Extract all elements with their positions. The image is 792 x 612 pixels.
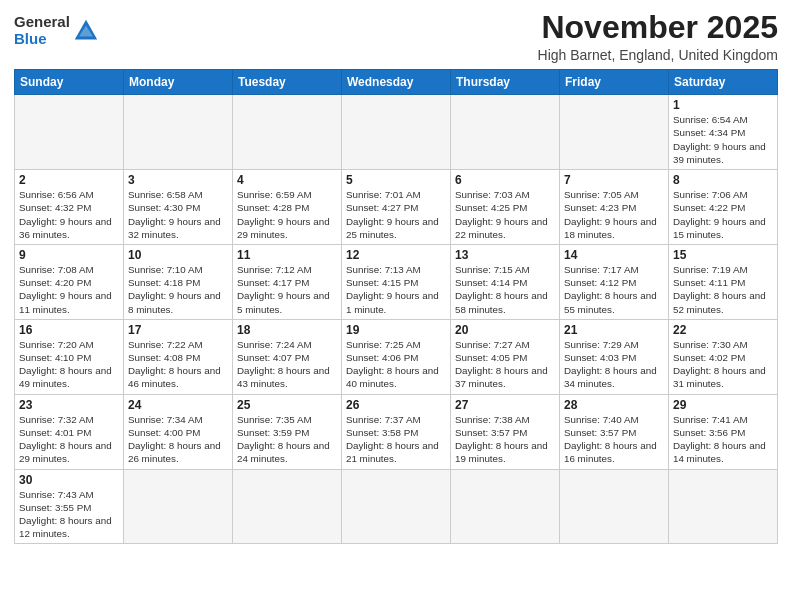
day-info: Sunrise: 7:10 AM Sunset: 4:18 PM Dayligh…	[128, 263, 228, 316]
calendar-cell: 19Sunrise: 7:25 AM Sunset: 4:06 PM Dayli…	[342, 319, 451, 394]
day-info: Sunrise: 7:12 AM Sunset: 4:17 PM Dayligh…	[237, 263, 337, 316]
week-row-5: 23Sunrise: 7:32 AM Sunset: 4:01 PM Dayli…	[15, 394, 778, 469]
calendar-cell: 14Sunrise: 7:17 AM Sunset: 4:12 PM Dayli…	[560, 244, 669, 319]
week-row-1: 1Sunrise: 6:54 AM Sunset: 4:34 PM Daylig…	[15, 95, 778, 170]
day-info: Sunrise: 7:37 AM Sunset: 3:58 PM Dayligh…	[346, 413, 446, 466]
calendar-cell: 5Sunrise: 7:01 AM Sunset: 4:27 PM Daylig…	[342, 170, 451, 245]
week-row-6: 30Sunrise: 7:43 AM Sunset: 3:55 PM Dayli…	[15, 469, 778, 544]
day-info: Sunrise: 6:54 AM Sunset: 4:34 PM Dayligh…	[673, 113, 773, 166]
header: General Blue November 2025 High Barnet, …	[14, 10, 778, 63]
calendar-cell: 3Sunrise: 6:58 AM Sunset: 4:30 PM Daylig…	[124, 170, 233, 245]
day-number: 28	[564, 398, 664, 412]
day-info: Sunrise: 7:30 AM Sunset: 4:02 PM Dayligh…	[673, 338, 773, 391]
calendar-cell	[451, 95, 560, 170]
day-info: Sunrise: 7:19 AM Sunset: 4:11 PM Dayligh…	[673, 263, 773, 316]
day-number: 6	[455, 173, 555, 187]
day-info: Sunrise: 7:15 AM Sunset: 4:14 PM Dayligh…	[455, 263, 555, 316]
calendar-cell	[233, 469, 342, 544]
day-number: 26	[346, 398, 446, 412]
day-info: Sunrise: 7:41 AM Sunset: 3:56 PM Dayligh…	[673, 413, 773, 466]
calendar-cell: 8Sunrise: 7:06 AM Sunset: 4:22 PM Daylig…	[669, 170, 778, 245]
calendar-cell	[669, 469, 778, 544]
week-row-3: 9Sunrise: 7:08 AM Sunset: 4:20 PM Daylig…	[15, 244, 778, 319]
calendar-cell: 23Sunrise: 7:32 AM Sunset: 4:01 PM Dayli…	[15, 394, 124, 469]
weekday-header-row: SundayMondayTuesdayWednesdayThursdayFrid…	[15, 70, 778, 95]
calendar-cell	[15, 95, 124, 170]
calendar-cell: 26Sunrise: 7:37 AM Sunset: 3:58 PM Dayli…	[342, 394, 451, 469]
day-info: Sunrise: 7:05 AM Sunset: 4:23 PM Dayligh…	[564, 188, 664, 241]
day-number: 30	[19, 473, 119, 487]
calendar-cell: 24Sunrise: 7:34 AM Sunset: 4:00 PM Dayli…	[124, 394, 233, 469]
day-info: Sunrise: 7:20 AM Sunset: 4:10 PM Dayligh…	[19, 338, 119, 391]
day-info: Sunrise: 7:27 AM Sunset: 4:05 PM Dayligh…	[455, 338, 555, 391]
calendar-cell	[451, 469, 560, 544]
logo: General Blue	[14, 14, 100, 47]
weekday-header-saturday: Saturday	[669, 70, 778, 95]
weekday-header-friday: Friday	[560, 70, 669, 95]
weekday-header-sunday: Sunday	[15, 70, 124, 95]
logo-icon	[72, 17, 100, 45]
day-info: Sunrise: 7:17 AM Sunset: 4:12 PM Dayligh…	[564, 263, 664, 316]
day-info: Sunrise: 7:22 AM Sunset: 4:08 PM Dayligh…	[128, 338, 228, 391]
calendar-cell	[560, 469, 669, 544]
day-number: 11	[237, 248, 337, 262]
day-info: Sunrise: 7:35 AM Sunset: 3:59 PM Dayligh…	[237, 413, 337, 466]
calendar-cell: 16Sunrise: 7:20 AM Sunset: 4:10 PM Dayli…	[15, 319, 124, 394]
day-number: 16	[19, 323, 119, 337]
day-number: 23	[19, 398, 119, 412]
calendar-cell: 4Sunrise: 6:59 AM Sunset: 4:28 PM Daylig…	[233, 170, 342, 245]
calendar-cell: 27Sunrise: 7:38 AM Sunset: 3:57 PM Dayli…	[451, 394, 560, 469]
day-number: 12	[346, 248, 446, 262]
calendar-cell: 11Sunrise: 7:12 AM Sunset: 4:17 PM Dayli…	[233, 244, 342, 319]
calendar-cell: 6Sunrise: 7:03 AM Sunset: 4:25 PM Daylig…	[451, 170, 560, 245]
weekday-header-thursday: Thursday	[451, 70, 560, 95]
day-info: Sunrise: 6:58 AM Sunset: 4:30 PM Dayligh…	[128, 188, 228, 241]
month-title: November 2025	[538, 10, 778, 45]
day-info: Sunrise: 7:08 AM Sunset: 4:20 PM Dayligh…	[19, 263, 119, 316]
day-info: Sunrise: 7:25 AM Sunset: 4:06 PM Dayligh…	[346, 338, 446, 391]
calendar-cell: 2Sunrise: 6:56 AM Sunset: 4:32 PM Daylig…	[15, 170, 124, 245]
week-row-2: 2Sunrise: 6:56 AM Sunset: 4:32 PM Daylig…	[15, 170, 778, 245]
day-number: 15	[673, 248, 773, 262]
day-number: 9	[19, 248, 119, 262]
calendar-cell: 20Sunrise: 7:27 AM Sunset: 4:05 PM Dayli…	[451, 319, 560, 394]
calendar-cell: 22Sunrise: 7:30 AM Sunset: 4:02 PM Dayli…	[669, 319, 778, 394]
day-number: 20	[455, 323, 555, 337]
calendar-cell: 7Sunrise: 7:05 AM Sunset: 4:23 PM Daylig…	[560, 170, 669, 245]
weekday-header-wednesday: Wednesday	[342, 70, 451, 95]
day-number: 25	[237, 398, 337, 412]
week-row-4: 16Sunrise: 7:20 AM Sunset: 4:10 PM Dayli…	[15, 319, 778, 394]
day-info: Sunrise: 7:01 AM Sunset: 4:27 PM Dayligh…	[346, 188, 446, 241]
day-number: 18	[237, 323, 337, 337]
day-info: Sunrise: 7:24 AM Sunset: 4:07 PM Dayligh…	[237, 338, 337, 391]
day-number: 8	[673, 173, 773, 187]
day-number: 21	[564, 323, 664, 337]
day-info: Sunrise: 7:06 AM Sunset: 4:22 PM Dayligh…	[673, 188, 773, 241]
calendar-cell: 28Sunrise: 7:40 AM Sunset: 3:57 PM Dayli…	[560, 394, 669, 469]
day-info: Sunrise: 7:40 AM Sunset: 3:57 PM Dayligh…	[564, 413, 664, 466]
day-number: 19	[346, 323, 446, 337]
calendar-cell	[124, 95, 233, 170]
day-number: 29	[673, 398, 773, 412]
calendar-cell	[124, 469, 233, 544]
subtitle: High Barnet, England, United Kingdom	[538, 47, 778, 63]
day-info: Sunrise: 7:43 AM Sunset: 3:55 PM Dayligh…	[19, 488, 119, 541]
day-number: 14	[564, 248, 664, 262]
day-info: Sunrise: 7:38 AM Sunset: 3:57 PM Dayligh…	[455, 413, 555, 466]
calendar-cell: 1Sunrise: 6:54 AM Sunset: 4:34 PM Daylig…	[669, 95, 778, 170]
calendar-cell: 12Sunrise: 7:13 AM Sunset: 4:15 PM Dayli…	[342, 244, 451, 319]
day-info: Sunrise: 6:59 AM Sunset: 4:28 PM Dayligh…	[237, 188, 337, 241]
weekday-header-monday: Monday	[124, 70, 233, 95]
calendar-cell: 30Sunrise: 7:43 AM Sunset: 3:55 PM Dayli…	[15, 469, 124, 544]
day-number: 3	[128, 173, 228, 187]
calendar-cell: 21Sunrise: 7:29 AM Sunset: 4:03 PM Dayli…	[560, 319, 669, 394]
day-number: 5	[346, 173, 446, 187]
title-area: November 2025 High Barnet, England, Unit…	[538, 10, 778, 63]
calendar-cell: 10Sunrise: 7:10 AM Sunset: 4:18 PM Dayli…	[124, 244, 233, 319]
weekday-header-tuesday: Tuesday	[233, 70, 342, 95]
calendar-cell	[342, 469, 451, 544]
day-info: Sunrise: 7:32 AM Sunset: 4:01 PM Dayligh…	[19, 413, 119, 466]
calendar-cell: 29Sunrise: 7:41 AM Sunset: 3:56 PM Dayli…	[669, 394, 778, 469]
calendar-cell	[342, 95, 451, 170]
day-number: 24	[128, 398, 228, 412]
